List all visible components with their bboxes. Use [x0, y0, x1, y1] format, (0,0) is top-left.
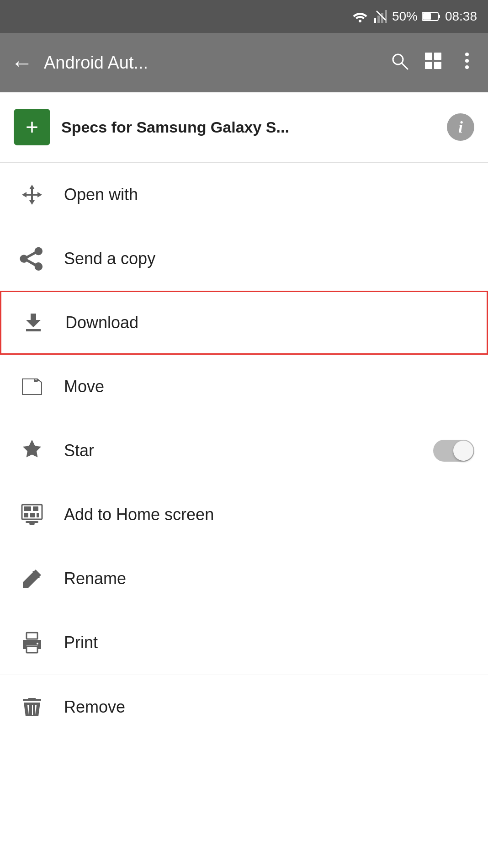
menu-item-print[interactable]: Print — [0, 611, 488, 675]
svg-point-31 — [37, 643, 38, 644]
svg-rect-24 — [30, 513, 35, 517]
svg-rect-27 — [29, 523, 35, 525]
download-label: Download — [65, 313, 473, 332]
menu-item-open-with[interactable]: Open with — [0, 163, 488, 227]
svg-rect-23 — [24, 513, 28, 517]
svg-rect-13 — [425, 62, 432, 69]
move-label: Move — [64, 377, 474, 396]
svg-marker-18 — [22, 185, 42, 205]
signal-icon — [373, 9, 387, 24]
menu-item-download[interactable]: Download — [0, 291, 488, 355]
status-icons: 50% 08:38 — [352, 9, 477, 24]
app-bar-title: Android Aut... — [44, 53, 378, 73]
info-button[interactable]: i — [447, 113, 474, 141]
menu-list: Open with Send a copy Download Move — [0, 163, 488, 739]
menu-item-remove[interactable]: Remove — [0, 675, 488, 739]
menu-item-rename[interactable]: Rename — [0, 547, 488, 611]
download-icon — [15, 310, 52, 335]
add-to-home-label: Add to Home screen — [64, 505, 474, 524]
svg-rect-30 — [27, 646, 37, 653]
svg-rect-7 — [438, 15, 440, 18]
file-type-icon: + — [26, 116, 38, 138]
star-toggle-container[interactable] — [433, 440, 474, 462]
svg-rect-12 — [434, 53, 441, 60]
rename-icon — [14, 566, 50, 591]
svg-rect-22 — [33, 506, 38, 511]
svg-rect-2 — [377, 16, 380, 23]
move-icon — [14, 374, 50, 399]
menu-item-add-to-home-screen[interactable]: Add to Home screen — [0, 483, 488, 547]
svg-rect-8 — [423, 13, 431, 20]
share-icon — [14, 246, 50, 272]
svg-rect-29 — [27, 633, 37, 639]
svg-rect-1 — [374, 18, 376, 23]
wifi-icon — [352, 10, 368, 23]
search-button[interactable] — [389, 51, 409, 75]
svg-point-15 — [465, 53, 469, 56]
battery-icon — [422, 11, 440, 21]
time-display: 08:38 — [445, 9, 477, 24]
svg-point-17 — [465, 65, 469, 69]
trash-icon — [14, 694, 50, 720]
svg-rect-26 — [26, 521, 38, 523]
app-bar: ← Android Aut... — [0, 33, 488, 92]
add-to-home-icon — [14, 502, 50, 527]
svg-rect-11 — [425, 53, 432, 60]
file-icon: + — [14, 109, 50, 145]
svg-rect-25 — [37, 513, 39, 517]
rename-label: Rename — [64, 569, 474, 588]
svg-point-16 — [465, 59, 469, 63]
file-name: Specs for Samsung Galaxy S... — [61, 118, 436, 136]
open-with-label: Open with — [64, 185, 474, 204]
battery-percent: 50% — [392, 9, 418, 24]
app-bar-actions — [389, 51, 477, 75]
print-icon — [14, 630, 50, 655]
send-a-copy-label: Send a copy — [64, 249, 474, 268]
file-header: + Specs for Samsung Galaxy S... i — [0, 92, 488, 162]
print-label: Print — [64, 633, 474, 652]
svg-rect-21 — [24, 506, 31, 511]
grid-button[interactable] — [423, 51, 443, 75]
star-icon — [14, 438, 50, 463]
svg-line-10 — [402, 63, 408, 69]
menu-item-star[interactable]: Star — [0, 419, 488, 483]
svg-point-0 — [359, 20, 361, 22]
status-bar: 50% 08:38 — [0, 0, 488, 33]
star-toggle[interactable] — [433, 440, 474, 462]
remove-label: Remove — [64, 698, 474, 717]
more-options-button[interactable] — [457, 51, 477, 75]
star-toggle-thumb — [453, 441, 473, 461]
menu-item-move[interactable]: Move — [0, 355, 488, 419]
svg-rect-4 — [385, 10, 387, 23]
svg-rect-14 — [434, 62, 441, 69]
star-label: Star — [64, 441, 433, 460]
menu-item-send-a-copy[interactable]: Send a copy — [0, 227, 488, 291]
back-button[interactable]: ← — [11, 50, 33, 75]
open-with-icon — [14, 182, 50, 208]
